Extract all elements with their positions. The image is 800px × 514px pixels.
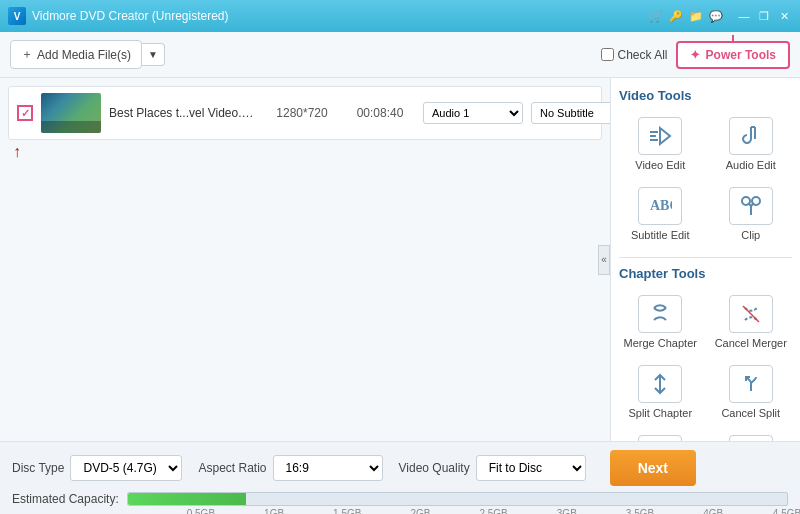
check-all-label: Check All	[618, 48, 668, 62]
chapter-tools-grid: Merge Chapter Cancel Merger Split Chapte…	[619, 291, 792, 441]
clip-tool[interactable]: Clip	[710, 183, 793, 245]
clip-icon	[729, 187, 773, 225]
tick-3.5gb: 3.5GB	[626, 508, 654, 514]
bottom-row2: Estimated Capacity: 0.5GB 1GB 1.5GB 2GB …	[12, 492, 788, 506]
tick-2.5gb: 2.5GB	[479, 508, 507, 514]
svg-line-10	[751, 203, 754, 206]
video-tools-title: Video Tools	[619, 88, 792, 103]
svg-marker-0	[660, 128, 670, 144]
subtitle-edit-icon: ABC	[638, 187, 682, 225]
check-all-checkbox[interactable]	[601, 48, 614, 61]
video-edit-tool[interactable]: Video Edit	[619, 113, 702, 175]
reset-all-tool[interactable]: Reset All	[710, 431, 793, 441]
video-edit-label: Video Edit	[635, 159, 685, 171]
tick-3gb: 3GB	[557, 508, 577, 514]
wrench-icon: ✦	[690, 48, 700, 62]
audio-select-container: Audio 1 Audio 2	[423, 102, 523, 124]
audio-edit-tool[interactable]: Audio Edit	[710, 113, 793, 175]
subtitle-select-container: No Subtitle Subtitle 1	[531, 102, 610, 124]
main-content: ＋ Add Media File(s) ▼ Check All ✦ Power …	[0, 32, 800, 514]
aspect-ratio-field: Aspect Ratio 16:9 4:3	[198, 455, 382, 481]
title-bar-controls: 🛒 🔑 📁 💬 — ❐ ✕	[648, 8, 792, 24]
video-quality-field: Video Quality Fit to Disc High Medium Lo…	[399, 455, 586, 481]
thumbnail-setting-icon	[638, 435, 682, 441]
file-list: ↑ Best Places t...vel Video.mp4 1280*720…	[0, 78, 610, 441]
estimated-capacity-label: Estimated Capacity:	[12, 492, 119, 506]
title-bar-title: Vidmore DVD Creator (Unregistered)	[32, 9, 648, 23]
app-logo: V	[8, 7, 26, 25]
svg-line-9	[748, 203, 751, 206]
cancel-merger-label: Cancel Merger	[715, 337, 787, 349]
cancel-merger-tool[interactable]: Cancel Merger	[710, 291, 793, 353]
power-tools-button[interactable]: ✦ Power Tools	[676, 41, 790, 69]
video-quality-label: Video Quality	[399, 461, 470, 475]
table-row: ↑ Best Places t...vel Video.mp4 1280*720…	[8, 86, 602, 140]
merge-chapter-label: Merge Chapter	[624, 337, 697, 349]
disc-type-label: Disc Type	[12, 461, 64, 475]
audio-edit-label: Audio Edit	[726, 159, 776, 171]
tick-0.5gb: 0.5GB	[187, 508, 215, 514]
toolbar-icon-3[interactable]: 📁	[688, 8, 704, 24]
toolbar-icon-1[interactable]: 🛒	[648, 8, 664, 24]
merge-chapter-tool[interactable]: Merge Chapter	[619, 291, 702, 353]
subtitle-edit-tool[interactable]: ABC Subtitle Edit	[619, 183, 702, 245]
content-area: ↑ Best Places t...vel Video.mp4 1280*720…	[0, 78, 800, 441]
split-chapter-icon	[638, 365, 682, 403]
toolbar: ＋ Add Media File(s) ▼ Check All ✦ Power …	[0, 32, 800, 78]
toolbar-icon-4[interactable]: 💬	[708, 8, 724, 24]
file-checkbox[interactable]	[17, 105, 33, 121]
aspect-ratio-select[interactable]: 16:9 4:3	[273, 455, 383, 481]
video-edit-icon	[638, 117, 682, 155]
divider-1	[619, 257, 792, 258]
add-media-dropdown[interactable]: ▼	[142, 43, 165, 66]
add-media-label: Add Media File(s)	[37, 48, 131, 62]
clip-label: Clip	[741, 229, 760, 241]
svg-text:ABC: ABC	[650, 198, 672, 213]
title-bar: V Vidmore DVD Creator (Unregistered) 🛒 🔑…	[0, 0, 800, 32]
file-duration: 00:08:40	[345, 106, 415, 120]
cancel-split-icon	[729, 365, 773, 403]
panel-collapse-button[interactable]: «	[598, 245, 610, 275]
thumbnail-setting-tool[interactable]: Thumbnail Setting	[619, 431, 702, 441]
reset-all-icon	[729, 435, 773, 441]
capacity-bar: 0.5GB 1GB 1.5GB 2GB 2.5GB 3GB 3.5GB 4GB …	[127, 492, 788, 506]
bottom-row1: Disc Type DVD-5 (4.7G) DVD-9 (8.5G) Aspe…	[12, 450, 788, 486]
split-chapter-tool[interactable]: Split Chapter	[619, 361, 702, 423]
cancel-merger-icon	[729, 295, 773, 333]
disc-type-field: Disc Type DVD-5 (4.7G) DVD-9 (8.5G)	[12, 455, 182, 481]
capacity-bar-fill	[128, 493, 247, 505]
subtitle-edit-label: Subtitle Edit	[631, 229, 690, 241]
add-media-button[interactable]: ＋ Add Media File(s)	[10, 40, 142, 69]
bottom-bar: Disc Type DVD-5 (4.7G) DVD-9 (8.5G) Aspe…	[0, 441, 800, 514]
audio-select[interactable]: Audio 1 Audio 2	[423, 102, 523, 124]
file-name: Best Places t...vel Video.mp4	[109, 106, 259, 120]
cancel-split-tool[interactable]: Cancel Split	[710, 361, 793, 423]
tick-1gb: 1GB	[264, 508, 284, 514]
toolbar-icon-7[interactable]: ✕	[776, 8, 792, 24]
file-resolution: 1280*720	[267, 106, 337, 120]
chapter-tools-title: Chapter Tools	[619, 266, 792, 281]
next-button[interactable]: Next	[610, 450, 696, 486]
check-all-area: Check All	[601, 48, 668, 62]
toolbar-icon-2[interactable]: 🔑	[668, 8, 684, 24]
power-tools-label: Power Tools	[706, 48, 776, 62]
disc-type-select[interactable]: DVD-5 (4.7G) DVD-9 (8.5G)	[70, 455, 182, 481]
tick-4gb: 4GB	[703, 508, 723, 514]
merge-chapter-icon	[638, 295, 682, 333]
toolbar-icon-6[interactable]: ❐	[756, 8, 772, 24]
aspect-ratio-label: Aspect Ratio	[198, 461, 266, 475]
add-icon: ＋	[21, 46, 33, 63]
split-chapter-label: Split Chapter	[628, 407, 692, 419]
file-thumbnail	[41, 93, 101, 133]
tick-4.5gb: 4.5GB	[773, 508, 800, 514]
video-quality-select[interactable]: Fit to Disc High Medium Low	[476, 455, 586, 481]
right-panel: Video Tools Video Edit Audio Edit A	[610, 78, 800, 441]
cancel-split-label: Cancel Split	[721, 407, 780, 419]
toolbar-icon-5[interactable]: —	[736, 8, 752, 24]
tick-1.5gb: 1.5GB	[333, 508, 361, 514]
video-tools-grid: Video Edit Audio Edit ABC Subtitle Edit	[619, 113, 792, 245]
audio-edit-icon	[729, 117, 773, 155]
subtitle-select[interactable]: No Subtitle Subtitle 1	[531, 102, 610, 124]
annotation-arrow: ↑	[13, 143, 21, 161]
tick-2gb: 2GB	[410, 508, 430, 514]
